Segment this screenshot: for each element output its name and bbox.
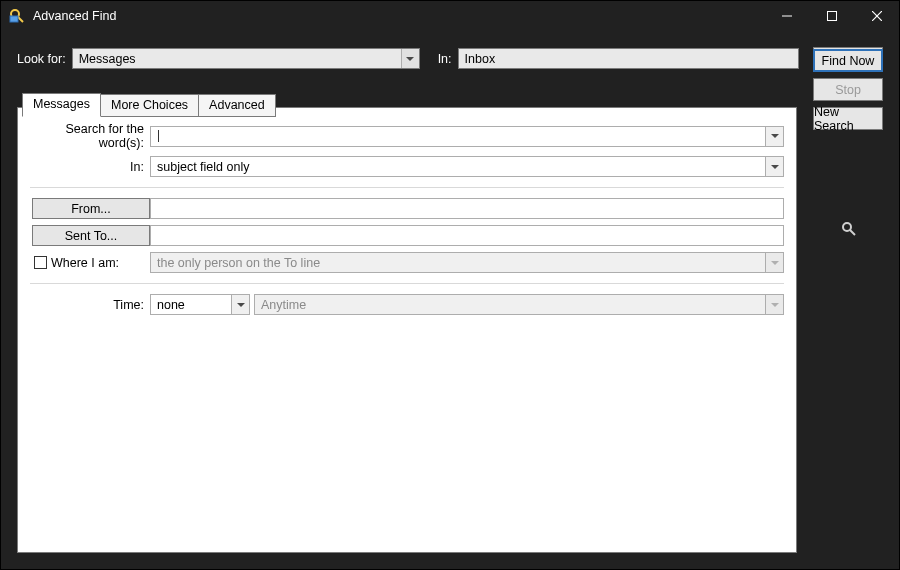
stop-button: Stop — [813, 78, 883, 101]
time-range-combo: Anytime — [254, 294, 784, 315]
look-for-label: Look for: — [17, 52, 66, 66]
search-words-label: Search for the word(s): — [30, 122, 150, 150]
window-title: Advanced Find — [33, 9, 116, 23]
search-words-input[interactable] — [150, 126, 784, 147]
sent-to-input[interactable] — [150, 225, 784, 246]
maximize-button[interactable] — [809, 1, 854, 31]
svg-line-1 — [18, 17, 23, 22]
svg-line-8 — [850, 230, 855, 235]
tab-advanced[interactable]: Advanced — [198, 94, 276, 117]
svg-rect-4 — [827, 12, 836, 21]
tab-messages[interactable]: Messages — [22, 93, 101, 117]
advanced-find-window: Advanced Find Look for: Messages In: Inb… — [0, 0, 900, 570]
look-for-combo[interactable]: Messages — [72, 48, 420, 69]
find-now-button[interactable]: Find Now — [813, 49, 883, 72]
tab-more-choices[interactable]: More Choices — [100, 94, 199, 117]
svg-rect-2 — [10, 16, 18, 22]
close-button[interactable] — [854, 1, 899, 31]
messages-form: Search for the word(s): In: subject fiel — [18, 108, 796, 552]
chevron-down-icon — [401, 49, 419, 68]
chevron-down-icon[interactable] — [765, 157, 783, 176]
time-mode-combo[interactable]: none — [150, 294, 250, 315]
minimize-button[interactable] — [764, 1, 809, 31]
chevron-down-icon[interactable] — [231, 295, 249, 314]
where-i-am-combo: the only person on the To line — [150, 252, 784, 273]
look-for-value: Messages — [79, 52, 136, 66]
app-icon — [9, 8, 25, 24]
time-label: Time: — [30, 298, 150, 312]
search-in-combo[interactable]: subject field only — [150, 156, 784, 177]
svg-point-7 — [843, 223, 851, 231]
where-i-am-checkbox[interactable] — [34, 256, 47, 269]
where-i-am-label: Where I am: — [51, 256, 119, 270]
close-icon — [872, 11, 882, 21]
in-scope-field[interactable]: Inbox — [458, 48, 799, 69]
search-in-label: In: — [30, 160, 150, 174]
from-button[interactable]: From... — [32, 198, 150, 219]
divider — [30, 187, 784, 188]
maximize-icon — [827, 11, 837, 21]
minimize-icon — [782, 11, 792, 21]
titlebar: Advanced Find — [1, 1, 899, 31]
content-area: Look for: Messages In: Inbox Browse... M… — [1, 31, 899, 569]
criteria-panel: Search for the word(s): In: subject fiel — [17, 107, 797, 553]
chevron-down-icon — [765, 253, 783, 272]
window-controls — [764, 1, 899, 31]
chevron-down-icon — [765, 295, 783, 314]
chevron-down-icon[interactable] — [765, 127, 783, 146]
text-cursor — [158, 130, 159, 142]
in-scope-label: In: — [438, 52, 452, 66]
from-input[interactable] — [150, 198, 784, 219]
sent-to-button[interactable]: Sent To... — [32, 225, 150, 246]
new-search-button[interactable]: New Search — [813, 107, 883, 130]
criteria-tabs: Messages More Choices Advanced — [22, 93, 276, 116]
search-animation-icon — [841, 221, 857, 241]
action-buttons: Find Now Stop New Search — [813, 49, 883, 130]
search-scope-row: Look for: Messages In: Inbox Browse... — [17, 47, 883, 70]
divider — [30, 283, 784, 284]
in-scope-value: Inbox — [465, 52, 496, 66]
